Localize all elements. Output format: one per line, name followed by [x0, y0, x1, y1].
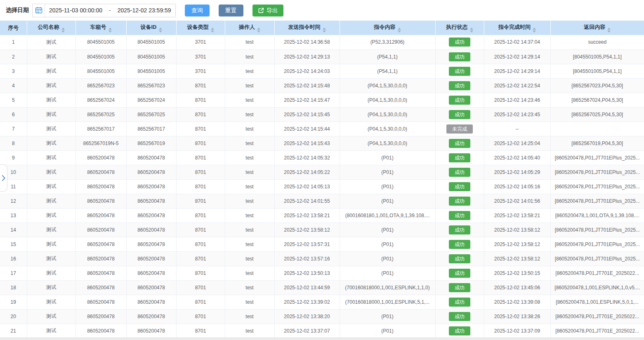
cell-device_type: 8701 [176, 251, 225, 266]
cell-send_time: 2025-12-02 14:05:13 [274, 179, 340, 194]
cell-status: 成功 [435, 280, 484, 295]
table-row: 9测试860520047886052004788701test2025-12-0… [0, 150, 644, 165]
column-header-command[interactable]: 指令内容 [340, 21, 435, 35]
cell-response: [8605200478,P01,JT701EPlus_2025... [550, 150, 644, 165]
sort-icon[interactable] [398, 28, 401, 33]
cell-index: 20 [0, 309, 27, 324]
column-header-device_id[interactable]: 设备ID [126, 21, 176, 35]
sort-icon[interactable] [159, 28, 162, 33]
cell-send_time: 2025-12-02 14:15:45 [274, 107, 340, 122]
cell-vehicle: 8605200478 [75, 251, 126, 266]
cell-response: [8652567025,P04,5,30] [550, 107, 644, 122]
cell-device_id: 8605200478 [126, 280, 176, 295]
calendar-icon[interactable] [33, 4, 45, 17]
cell-vehicle: 8605200478 [75, 179, 126, 194]
cell-index: 16 [0, 251, 27, 266]
column-header-label: 指令内容 [374, 24, 396, 30]
cell-finish_time: 2025-12-02 14:29:14 [484, 49, 550, 64]
cell-command: (P01) [340, 179, 435, 194]
cell-vehicle: 8605200478 [75, 223, 126, 237]
cell-device_id: 8605200478 [126, 165, 176, 179]
cell-command: (8001608180,1,001,OTA,9,1,39.108.... [340, 208, 435, 223]
export-button[interactable]: 导出 [252, 5, 283, 16]
cell-command: (P01) [340, 324, 435, 338]
cell-device_id: 8652567023 [126, 78, 176, 93]
cell-company: 测试 [27, 165, 75, 179]
cell-device_id: 8605200478 [126, 208, 176, 223]
sort-icon[interactable] [470, 28, 473, 33]
column-header-vehicle[interactable]: 车箱号 [75, 21, 126, 35]
cell-company: 测试 [27, 251, 75, 266]
date-range-input[interactable]: 2025-11-03 00:00:00 - 2025-12-02 23:59:5… [45, 4, 175, 17]
column-header-company[interactable]: 公司名称 [27, 21, 75, 35]
column-header-operator[interactable]: 操作人 [225, 21, 274, 35]
cell-vehicle: 8605200478 [75, 280, 126, 295]
cell-index: 12 [0, 194, 27, 208]
reset-button[interactable]: 重置 [219, 5, 243, 16]
cell-send_time: 2025-12-02 13:57:16 [274, 251, 340, 266]
cell-operator: test [225, 208, 274, 223]
cell-finish_time: 2025-12-02 14:22:54 [484, 78, 550, 93]
filter-toolbar: 选择日期 2025-11-03 00:00:00 - 2025-12-02 23… [0, 0, 644, 21]
status-badge: 成功 [449, 254, 470, 263]
cell-finish_time: 2025-12-02 14:05:29 [484, 165, 550, 179]
cell-device_id: 8652567019 [126, 136, 176, 150]
column-header-status[interactable]: 执行状态 [435, 21, 484, 35]
cell-vehicle: 8652567025 [75, 107, 126, 122]
column-header-send_time[interactable]: 发送指令时间 [274, 21, 340, 35]
cell-vehicle: 8605200478 [75, 295, 126, 309]
status-badge: 成功 [449, 67, 470, 76]
cell-operator: test [225, 223, 274, 237]
cell-device_type: 8701 [176, 150, 225, 165]
cell-device_type: 8701 [176, 324, 225, 338]
cell-vehicle: 8652567019N-5 [75, 136, 126, 150]
drawer-toggle[interactable] [0, 164, 7, 192]
cell-vehicle: 8605200478 [75, 165, 126, 179]
cell-device_id: 8605200478 [126, 309, 176, 324]
cell-send_time: 2025-12-02 14:15:48 [274, 78, 340, 93]
cell-vehicle: 8652567017 [75, 122, 126, 136]
sort-icon[interactable] [607, 28, 611, 33]
cell-command: (P01) [340, 194, 435, 208]
cell-response: [8605200478,1,001,ESPLINK,5,0,1,... [550, 295, 644, 309]
sort-icon[interactable] [61, 28, 65, 33]
cell-response [550, 122, 644, 136]
date-range-picker[interactable]: 2025-11-03 00:00:00 - 2025-12-02 23:59:5… [32, 4, 176, 17]
cell-company: 测试 [27, 266, 75, 280]
cell-device_type: 8701 [176, 179, 225, 194]
cell-response: [8605200478,P01,JT701E_2025022... [550, 309, 644, 324]
cell-response: [8605200478,P01,JT701EPlus_2025... [550, 251, 644, 266]
column-header-finish_time[interactable]: 指令完成时间 [484, 21, 550, 35]
cell-device_id: 8652567017 [126, 122, 176, 136]
cell-command: (P01) [340, 150, 435, 165]
cell-send_time: 2025-12-02 14:15:47 [274, 93, 340, 107]
cell-device_type: 8701 [176, 309, 225, 324]
cell-send_time: 2025-12-02 13:44:59 [274, 280, 340, 295]
sort-icon[interactable] [533, 28, 536, 33]
sort-icon[interactable] [257, 28, 260, 33]
cell-command: (P04,1,5,30,0,0,0) [340, 122, 435, 136]
cell-finish_time: 2025-12-02 13:38:26 [484, 309, 550, 324]
cell-send_time: 2025-12-02 13:50:13 [274, 266, 340, 280]
table-row: 11测试860520047886052004788701test2025-12-… [0, 179, 644, 194]
cell-send_time: 2025-12-02 13:37:07 [274, 324, 340, 338]
cell-device_id: 8605200478 [126, 179, 176, 194]
horizontal-scrollbar[interactable] [0, 338, 644, 340]
status-badge: 成功 [449, 182, 470, 191]
cell-operator: test [225, 266, 274, 280]
cell-send_time: 2025-12-02 13:58:12 [274, 223, 340, 237]
cell-finish_time: 2025-12-02 14:37:04 [484, 35, 550, 49]
column-header-device_type[interactable]: 设备类型 [176, 21, 225, 35]
cell-company: 测试 [27, 179, 75, 194]
sort-icon[interactable] [211, 28, 214, 33]
cell-command: (700160818000,1,001,ESPLINK,1,1,0) [340, 280, 435, 295]
cell-command: (P01) [340, 251, 435, 266]
cell-operator: test [225, 78, 274, 93]
sort-icon[interactable] [323, 28, 326, 33]
query-button[interactable]: 查询 [185, 5, 210, 16]
column-header-response[interactable]: 返回内容 [550, 21, 644, 35]
cell-status: 成功 [435, 78, 484, 93]
cell-finish_time: 2025-12-02 13:39:08 [484, 295, 550, 309]
sort-icon[interactable] [109, 28, 112, 33]
table-body: 1测试804550100580455010053701test2025-12-0… [0, 35, 644, 338]
